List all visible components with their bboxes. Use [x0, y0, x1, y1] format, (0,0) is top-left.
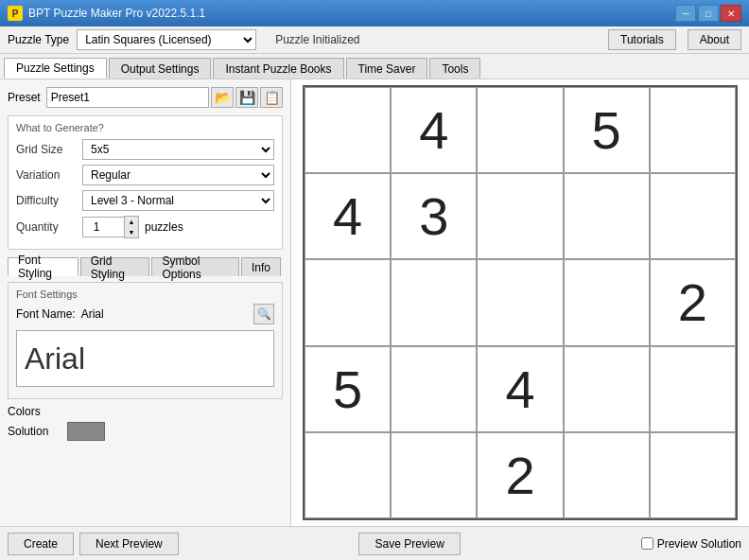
tutorials-button[interactable]: Tutorials: [608, 29, 676, 50]
grid-cell: 4: [391, 87, 477, 173]
window-controls: ─ □ ✕: [675, 5, 741, 22]
grid-cell: 4: [305, 173, 391, 259]
quantity-input[interactable]: [82, 217, 125, 237]
app-icon: P: [8, 6, 23, 21]
about-button[interactable]: About: [688, 29, 741, 50]
main-tabs-row: Puzzle Settings Output Settings Instant …: [0, 54, 749, 79]
colors-section: Colors Solution: [8, 405, 283, 441]
difficulty-row: Difficulty Level 3 - Normal: [16, 190, 274, 211]
tab-time-saver[interactable]: Time Saver: [346, 58, 428, 79]
tab-instant-puzzle-books[interactable]: Instant Puzzle Books: [213, 58, 343, 79]
font-name-label: Font Name:: [16, 307, 76, 321]
difficulty-label: Difficulty: [16, 194, 82, 207]
font-name-value: Arial: [81, 307, 253, 321]
quantity-label: Quantity: [16, 220, 82, 234]
grid-cell: [564, 173, 650, 259]
preview-solution-checkbox[interactable]: [641, 537, 653, 550]
main-content: Preset 📂 💾 📋 What to Generate? Grid Size…: [0, 79, 749, 526]
quantity-up-button[interactable]: ▲: [125, 217, 138, 227]
sub-tab-font-styling[interactable]: Font Styling: [8, 257, 78, 276]
what-to-generate-group: What to Generate? Grid Size 5x5 Variatio…: [8, 115, 283, 250]
app-title: BPT Puzzle Maker Pro v2022.5.1.1: [28, 7, 205, 20]
grid-cell: [564, 346, 650, 432]
puzzle-type-label: Puzzle Type: [8, 33, 69, 46]
preset-saveas-button[interactable]: 📋: [260, 87, 283, 108]
preset-row: Preset 📂 💾 📋: [8, 87, 283, 108]
grid-cell: [564, 259, 650, 345]
what-to-generate-title: What to Generate?: [16, 122, 274, 133]
sub-tab-info[interactable]: Info: [241, 257, 281, 276]
difficulty-select[interactable]: Level 3 - Normal: [82, 190, 274, 211]
sub-tabs-row: Font Styling Grid Styling Symbol Options…: [8, 257, 283, 276]
close-button[interactable]: ✕: [721, 5, 741, 22]
grid-cell: [477, 173, 563, 259]
tab-tools[interactable]: Tools: [429, 58, 480, 79]
grid-cell: 2: [477, 432, 563, 518]
preset-label: Preset: [8, 91, 41, 104]
puzzle-type-select[interactable]: Latin Squares (Licensed): [77, 29, 256, 50]
grid-cell: [391, 432, 477, 518]
grid-cell: [650, 87, 736, 173]
puzzle-grid: 45432542: [303, 85, 738, 520]
grid-cell: [650, 432, 736, 518]
grid-cell: [391, 346, 477, 432]
preview-solution-label[interactable]: Preview Solution: [641, 537, 741, 551]
variation-select[interactable]: Regular: [82, 165, 274, 185]
grid-size-select[interactable]: 5x5: [82, 139, 274, 160]
preview-solution-text: Preview Solution: [657, 537, 741, 551]
font-settings-title: Font Settings: [16, 289, 274, 300]
solution-color-swatch[interactable]: [67, 422, 105, 441]
grid-cell: 2: [650, 259, 736, 345]
variation-row: Variation Regular: [16, 165, 274, 185]
tab-output-settings[interactable]: Output Settings: [109, 58, 212, 79]
grid-size-label: Grid Size: [16, 143, 82, 156]
grid-cell: [477, 259, 563, 345]
left-panel: Preset 📂 💾 📋 What to Generate? Grid Size…: [0, 79, 291, 526]
menu-bar: Puzzle Type Latin Squares (Licensed) Puz…: [0, 26, 749, 79]
grid-cell: [650, 173, 736, 259]
grid-cell: 5: [305, 346, 391, 432]
quantity-row: Quantity ▲ ▼ puzzles: [16, 216, 274, 238]
grid-cell: [305, 432, 391, 518]
title-bar-left: P BPT Puzzle Maker Pro v2022.5.1.1: [8, 6, 205, 21]
font-name-row: Font Name: Arial 🔍: [16, 304, 274, 324]
bottom-bar: Create Next Preview Save Preview Preview…: [0, 526, 749, 560]
grid-size-row: Grid Size 5x5: [16, 139, 274, 160]
right-panel: 45432542: [291, 79, 749, 526]
next-preview-button[interactable]: Next Preview: [79, 533, 179, 555]
quantity-down-button[interactable]: ▼: [125, 227, 138, 237]
maximize-button[interactable]: □: [698, 5, 719, 22]
font-preview-box: Arial: [16, 330, 274, 387]
grid-cell: [305, 87, 391, 173]
grid-cell: [305, 259, 391, 345]
grid-cell: 3: [391, 173, 477, 259]
tab-puzzle-settings[interactable]: Puzzle Settings: [4, 58, 107, 79]
grid-cell: 5: [564, 87, 650, 173]
grid-cell: 4: [477, 346, 563, 432]
create-button[interactable]: Create: [8, 533, 74, 555]
solution-color-row: Solution: [8, 422, 283, 441]
minimize-button[interactable]: ─: [675, 5, 696, 22]
save-preview-button[interactable]: Save Preview: [358, 533, 460, 555]
title-bar: P BPT Puzzle Maker Pro v2022.5.1.1 ─ □ ✕: [0, 0, 749, 26]
font-preview-text: Arial: [25, 341, 85, 376]
quantity-spinner: ▲ ▼: [124, 216, 139, 238]
menu-row1: Puzzle Type Latin Squares (Licensed) Puz…: [0, 26, 749, 54]
preset-save-button[interactable]: 💾: [235, 87, 258, 108]
preset-input[interactable]: [46, 87, 209, 108]
puzzles-label: puzzles: [145, 220, 183, 234]
font-settings-group: Font Settings Font Name: Arial 🔍 Arial: [8, 282, 283, 399]
grid-cell: [477, 87, 563, 173]
font-search-button[interactable]: 🔍: [253, 304, 274, 324]
solution-color-label: Solution: [8, 425, 60, 438]
sub-tab-grid-styling[interactable]: Grid Styling: [80, 257, 150, 276]
variation-label: Variation: [16, 168, 82, 182]
grid-cell: [564, 432, 650, 518]
colors-title: Colors: [8, 405, 283, 418]
preset-open-button[interactable]: 📂: [211, 87, 234, 108]
grid-cell: [650, 346, 736, 432]
puzzle-initialized-text: Puzzle Initialized: [275, 33, 359, 46]
grid-cell: [391, 259, 477, 345]
sub-tab-symbol-options[interactable]: Symbol Options: [151, 257, 239, 276]
